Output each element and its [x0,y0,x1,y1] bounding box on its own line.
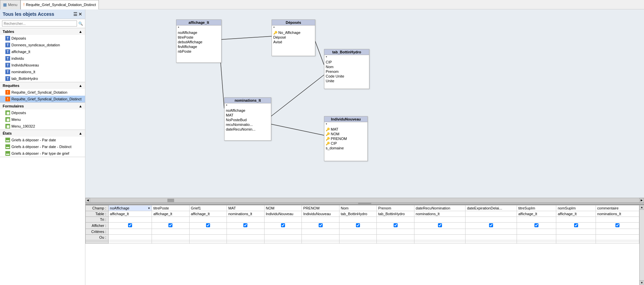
field-cell-2[interactable]: titrePoste [152,205,190,211]
ou-cell-4[interactable] [227,235,265,240]
criteres-cell-8[interactable] [377,229,414,235]
afficher-cell-3[interactable] [189,223,227,229]
show-checkbox-12[interactable] [574,223,578,227]
table-cell-8[interactable]: tab_BottinHydro [377,211,414,217]
field-cell-8[interactable]: Prenom [377,205,414,211]
sidebar-item-menu190322[interactable]: ▦ Menu_190322 [0,123,85,130]
table-cell-1[interactable]: affichage_lt [109,211,152,217]
show-checkbox-4[interactable] [243,223,247,227]
afficher-cell-12[interactable] [556,223,596,229]
field-cell-6[interactable]: PRENOM [302,205,339,211]
table-cell-11[interactable]: affichage_lt [517,211,556,217]
criteres-cell-11[interactable] [517,229,556,235]
show-checkbox-8[interactable] [394,223,398,227]
criteres-cell-6[interactable] [302,229,339,235]
ou-cell-8[interactable] [377,235,414,240]
table-deposes-body[interactable]: * 🔑No_Affichage Déposé Avisé [272,26,315,56]
vscroll-track[interactable] [640,210,644,280]
tri-cell-8[interactable] [377,217,414,223]
afficher-cell-1[interactable] [109,223,152,229]
ou-cell-5[interactable] [264,235,302,240]
tri-cell-12[interactable] [556,217,596,223]
tri-cell-5[interactable] [264,217,302,223]
criteres-cell-4[interactable] [227,229,265,235]
sidebar-item-deposes-table[interactable]: T Déposés [0,35,85,42]
tri-cell-13[interactable] [596,217,639,223]
table-cell-6[interactable]: IndividuNouveau [302,211,339,217]
tri-cell-4[interactable] [227,217,265,223]
table-cell-7[interactable]: tab_BottinHydro [339,211,377,217]
sidebar-item-deposes-form[interactable]: ▦ Déposés [0,109,85,116]
field-dropdown[interactable]: noAffichage ▼ [110,206,150,210]
show-checkbox-11[interactable] [534,223,538,227]
table-cell-4[interactable]: nominations_lt [227,211,265,217]
scroll-left-arrow[interactable]: ◀ [85,198,90,203]
ou-cell-10[interactable] [466,235,517,240]
afficher-cell-5[interactable] [264,223,302,229]
tab-menu[interactable]: ▦ Menu [0,0,21,9]
table-cell-2[interactable]: affichage_lt [152,211,190,217]
show-checkbox-10[interactable] [489,223,493,227]
table-individu-body[interactable]: * 🔑MAT 🔑NOM 🔑PRENOM 🔑CIP s_domaine [324,122,367,161]
afficher-cell-8[interactable] [377,223,414,229]
table-cell-12[interactable]: affichage_lt [556,211,596,217]
field-cell-7[interactable]: Nom [339,205,377,211]
tri-cell-6[interactable] [302,217,339,223]
afficher-cell-10[interactable] [466,223,517,229]
ou-cell-11[interactable] [517,235,556,240]
search-input[interactable] [2,20,77,27]
criteres-cell-10[interactable] [466,229,517,235]
field-cell-11[interactable]: titreSupIm [517,205,556,211]
ou-cell-13[interactable] [596,235,639,240]
show-checkbox-2[interactable] [168,223,172,227]
field-cell-1[interactable]: noAffichage ▼ [109,205,152,211]
criteres-cell-12[interactable] [556,229,596,235]
show-checkbox-1[interactable] [128,223,132,227]
tri-cell-11[interactable] [517,217,556,223]
tri-cell-2[interactable] [152,217,190,223]
field-cell-13[interactable]: commentaire [596,205,639,211]
ou-cell-2[interactable] [152,235,190,240]
afficher-cell-13[interactable] [596,223,639,229]
scroll-right-arrow[interactable]: ▶ [639,198,644,203]
sidebar-item-donnees[interactable]: T Donnees_syndicaux_dotation [0,42,85,48]
table-cell-13[interactable]: nominations_lt [596,211,639,217]
afficher-cell-2[interactable] [152,223,190,229]
criteres-cell-9[interactable] [414,229,466,235]
sidebar-item-query1[interactable]: ! Requête_Grief_Syndical_Dotation [0,89,85,96]
field-cell-4[interactable]: MAT [227,205,265,211]
ou-cell-12[interactable] [556,235,596,240]
table-affichage-lt-body[interactable]: * noAffichage titrePoste debutAffichage … [176,26,221,62]
table-cell-9[interactable]: nominations_lt [414,211,466,217]
criteres-cell-1[interactable] [109,229,152,235]
scroll-thumb[interactable] [167,199,174,202]
afficher-cell-7[interactable] [339,223,377,229]
tri-cell-3[interactable] [189,217,227,223]
ou-cell-6[interactable] [302,235,339,240]
afficher-cell-6[interactable] [302,223,339,229]
table-cell-5[interactable]: IndividuNouveau [264,211,302,217]
show-checkbox-5[interactable] [281,223,285,227]
queries-section-header[interactable]: Requêtes ▲ [0,82,85,89]
sidebar-item-report3[interactable]: ▬ Griefs à déposer - Par type de grief [0,150,85,157]
ou-cell-9[interactable] [414,235,466,240]
tab-query[interactable]: ! Requête_Grief_Syndical_Dotation_Distin… [21,0,99,9]
afficher-cell-4[interactable] [227,223,265,229]
afficher-cell-11[interactable] [517,223,556,229]
criteres-cell-2[interactable] [152,229,190,235]
vscroll-up[interactable]: ▲ [640,205,644,210]
tri-cell-9[interactable] [414,217,466,223]
criteres-cell-5[interactable] [264,229,302,235]
field-cell-10[interactable]: dateExpirationDelai... [466,205,517,211]
tri-cell-1[interactable] [109,217,152,223]
sidebar-item-report2[interactable]: ▬ Griefs à déposer - Par date - Distinct [0,143,85,150]
sidebar-item-affichage[interactable]: T affichage_lt [0,48,85,55]
reports-section-header[interactable]: États ▲ [0,130,85,137]
query-hscroll[interactable]: ◀ ▶ [85,198,644,202]
field-cell-3[interactable]: Grief1 [189,205,227,211]
sidebar-item-individunouveau[interactable]: T IndividuNouveau [0,62,85,68]
scroll-track[interactable] [90,198,639,202]
sidebar-item-query2[interactable]: ! Requête_Grief_Syndical_Dotation_Distin… [0,96,85,102]
table-nominations-body[interactable]: * noAffichage MAT NoPosteBud recuNominat… [225,103,271,140]
afficher-cell-9[interactable] [414,223,466,229]
